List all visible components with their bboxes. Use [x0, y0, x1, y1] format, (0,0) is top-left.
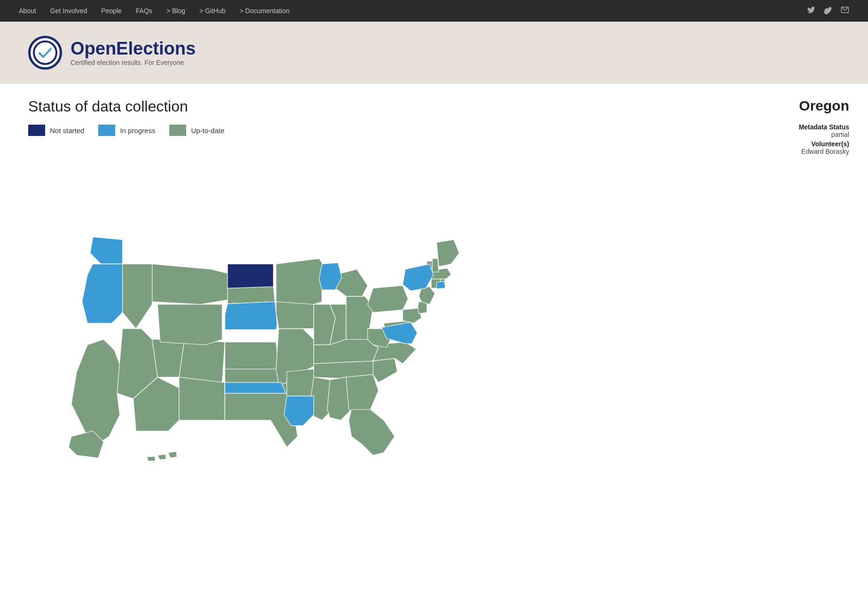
navigation: About Get Involved People FAQs > Blog > … [0, 0, 868, 22]
state-new-mexico[interactable] [179, 377, 225, 421]
us-map[interactable] [28, 145, 545, 469]
state-idaho[interactable] [123, 264, 152, 329]
state-delaware[interactable] [418, 302, 426, 313]
svg-point-1 [34, 41, 56, 64]
nav-social-icons [807, 6, 849, 16]
main-content: Status of data collection Not started In… [0, 84, 868, 490]
site-name: OpenElections [71, 39, 196, 59]
state-florida[interactable] [349, 409, 395, 455]
legend-not-started: Not started [28, 125, 84, 136]
volunteers-value: Edward Borasky [760, 148, 849, 155]
email-icon[interactable] [841, 6, 849, 16]
legend-box-not-started [28, 125, 45, 136]
selected-state-name: Oregon [760, 98, 849, 114]
nav-people[interactable]: People [101, 7, 122, 15]
state-new-hampshire[interactable] [432, 259, 439, 272]
legend-uptodate: Up-to-date [169, 125, 224, 136]
state-california[interactable] [71, 340, 123, 447]
map-section: Status of data collection Not started In… [28, 98, 746, 471]
site-tagline: Certified election results. For Everyone [71, 59, 196, 66]
nav-github[interactable]: > GitHub [199, 7, 226, 15]
metadata-status-row: Metadata Status partial [760, 123, 849, 138]
state-washington[interactable] [90, 237, 123, 264]
logo-circle [28, 36, 62, 70]
state-south-dakota[interactable] [228, 286, 275, 304]
state-georgia[interactable] [346, 374, 379, 412]
nav-documentation[interactable]: > Documentation [240, 7, 290, 15]
state-louisiana[interactable] [284, 396, 314, 426]
legend-label-in-progress: In progress [120, 127, 155, 135]
legend-box-uptodate [169, 125, 186, 136]
state-wyoming[interactable] [158, 304, 222, 345]
metadata-status-value: partial [760, 131, 849, 138]
state-connecticut-highlight[interactable] [437, 281, 445, 289]
state-iowa[interactable] [276, 302, 314, 328]
state-nebraska-highlight[interactable] [225, 302, 277, 330]
twitter-icon[interactable] [807, 6, 815, 16]
nav-links: About Get Involved People FAQs > Blog > … [19, 7, 290, 15]
metadata-status-label: Metadata Status [760, 123, 849, 131]
state-arkansas[interactable] [287, 369, 314, 396]
sidebar: Oregon Metadata Status partial Volunteer… [746, 98, 849, 471]
state-oregon[interactable] [82, 264, 123, 323]
page-title: Status of data collection [28, 98, 746, 115]
state-hawaii-2[interactable] [158, 454, 166, 460]
legend-label-uptodate: Up-to-date [191, 127, 224, 135]
state-montana[interactable] [152, 264, 233, 304]
header-banner: OpenElections Certified election results… [0, 22, 868, 84]
us-map-container [28, 145, 545, 471]
state-maine[interactable] [437, 240, 459, 267]
state-kansas[interactable] [225, 342, 279, 372]
state-pennsylvania[interactable] [368, 286, 408, 312]
nav-faqs[interactable]: FAQs [136, 7, 152, 15]
legend-box-in-progress [98, 125, 115, 136]
legend: Not started In progress Up-to-date [28, 125, 746, 136]
vimeo-icon[interactable] [824, 6, 832, 16]
nav-blog[interactable]: > Blog [166, 7, 185, 15]
logo-text: OpenElections Certified election results… [71, 39, 196, 66]
state-south-carolina[interactable] [373, 358, 397, 383]
state-hawaii[interactable] [168, 452, 177, 458]
volunteers-row: Volunteer(s) Edward Borasky [760, 140, 849, 155]
state-oklahoma-highlight[interactable] [225, 382, 285, 393]
legend-in-progress: In progress [98, 125, 155, 136]
legend-label-not-started: Not started [50, 127, 84, 135]
state-hawaii-3[interactable] [147, 456, 155, 461]
volunteers-label: Volunteer(s) [760, 140, 849, 148]
state-colorado[interactable] [179, 340, 225, 383]
nav-get-involved[interactable]: Get Involved [50, 7, 87, 15]
state-north-dakota[interactable] [228, 264, 273, 288]
nav-about[interactable]: About [19, 7, 36, 15]
